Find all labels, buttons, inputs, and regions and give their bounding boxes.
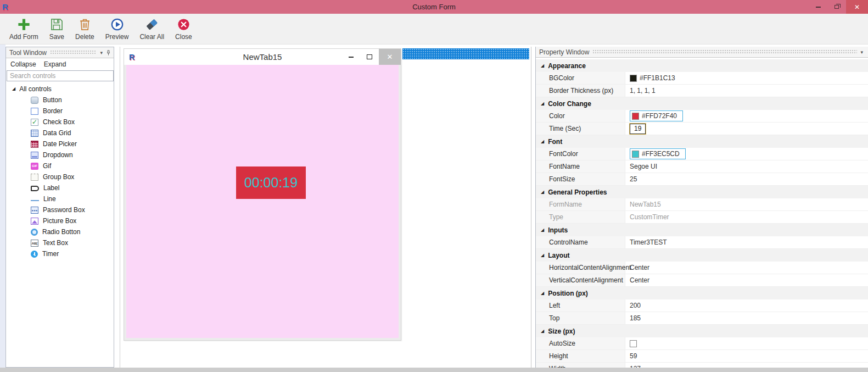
property-row-fontname[interactable]: FontNameSegoe UI [536,160,868,173]
property-input[interactable]: 19 [630,124,646,134]
preview-button[interactable]: Preview [100,16,134,42]
color-picker-box[interactable]: #FF3EC5CD [630,148,686,159]
chevron-down-icon[interactable]: ▾ [860,49,863,55]
form-surface[interactable]: 00:00:19 [126,65,399,338]
tree-item-border[interactable]: Border [6,106,114,116]
tree-actions: Collapse Expand [6,58,114,70]
property-group-inputs[interactable]: ◢Inputs [536,224,868,236]
app-titlebar: R Custom Form ✕ [0,0,868,14]
add-form-button[interactable]: Add Form [4,16,43,42]
property-group-font[interactable]: ◢Font [536,135,868,148]
tree-item-label: Check Box [43,118,75,126]
property-text-value: Center [630,276,649,284]
tree-item-check-box[interactable]: Check Box [6,116,114,127]
group-expander-icon[interactable]: ◢ [541,64,544,68]
form-minimize-button[interactable] [341,49,360,65]
property-group-general-properties[interactable]: ◢General Properties [536,186,868,198]
property-value: Center [625,262,868,274]
property-group-layout[interactable]: ◢Layout [536,249,868,262]
group-expander-icon[interactable]: ◢ [541,253,544,258]
property-row-time-sec[interactable]: Time (Sec)19 [536,123,868,135]
tree-item-line[interactable]: Line [6,193,114,204]
property-row-bgcolor[interactable]: BGColor#FF1B1C13 [536,72,868,85]
property-label: ControlName [536,236,625,248]
property-row-formname[interactable]: FormNameNewTab15 [536,198,868,211]
clear-all-button[interactable]: Clear All [135,16,169,42]
color-swatch[interactable] [632,113,639,120]
tree-root-all-controls[interactable]: ◢ All controls [6,84,114,95]
property-group-size-px[interactable]: ◢Size (px) [536,325,868,337]
tree-item-date-picker[interactable]: Date Picker [6,138,114,149]
tree-item-label[interactable]: Label [6,182,114,193]
tree-item-data-grid[interactable]: Data Grid [6,127,114,138]
chevron-down-icon[interactable]: ▾ [100,50,103,55]
property-row-height[interactable]: Height59 [536,350,868,363]
tree-item-dropdown[interactable]: Dropdown [6,149,114,160]
group-expander-icon[interactable]: ◢ [541,102,544,106]
tree-expander-icon[interactable]: ◢ [12,87,15,91]
tree-item-picture-box[interactable]: Picture Box [6,215,114,226]
property-row-type[interactable]: TypeCustomTimer [536,211,868,224]
text-box-icon [31,240,38,247]
property-row-autosize[interactable]: AutoSize [536,337,868,350]
property-row-top[interactable]: Top185 [536,312,868,325]
property-text-value: 25 [630,175,637,183]
property-row-fontcolor[interactable]: FontColor#FF3EC5CD [536,148,868,160]
tool-window-header: Tool Window ▾ [6,47,114,58]
tree-item-label: Button [43,96,62,104]
tree-item-group-box[interactable]: Group Box [6,171,114,182]
close-button[interactable]: ✕ [846,0,868,14]
property-group-label: Font [548,138,562,146]
property-row-verticalcontentalignment[interactable]: VerticalContentAlignmentCenter [536,274,868,287]
group-expander-icon[interactable]: ◢ [541,291,544,296]
property-group-position-px[interactable]: ◢Position (px) [536,287,868,299]
search-input[interactable] [7,70,114,81]
property-group-color-change[interactable]: ◢Color Change [536,97,868,110]
color-swatch[interactable] [632,151,639,158]
close-form-button[interactable]: Close [170,16,197,42]
group-expander-icon[interactable]: ◢ [541,228,544,232]
restore-button[interactable] [827,0,846,14]
picture-box-icon [31,218,38,225]
property-value: 200 [625,299,868,312]
form-maximize-button[interactable] [360,49,379,65]
horizontal-scrollbar[interactable] [0,368,868,372]
tree-item-password-box[interactable]: Password Box [6,204,114,215]
minimize-button[interactable] [809,0,827,14]
tree-item-timer[interactable]: Timer [6,248,114,259]
group-expander-icon[interactable]: ◢ [541,329,544,334]
collapse-link[interactable]: Collapse [10,60,36,68]
expand-link[interactable]: Expand [44,60,66,68]
property-label: Time (Sec) [536,123,625,135]
form-close-button[interactable]: ✕ [379,49,401,65]
designer-canvas: R NewTab15 ✕ 00:00:19 [120,47,531,368]
property-row-border-thickness-px[interactable]: Border Thickness (px)1, 1, 1, 1 [536,85,868,97]
tree-item-button[interactable]: Button [6,95,114,106]
save-button[interactable]: Save [44,16,69,42]
property-row-left[interactable]: Left200 [536,299,868,312]
property-text-value: Center [630,264,649,271]
tool-window-title: Tool Window [9,49,47,57]
tree-item-radio-botton[interactable]: Radio Botton [6,226,114,237]
group-expander-icon[interactable]: ◢ [541,190,544,195]
property-row-horizontalcontentalignment[interactable]: HorizontalContentAlignmentCenter [536,262,868,274]
active-tab-strip[interactable] [402,48,529,59]
tree-item-gif[interactable]: Gif [6,160,114,171]
property-grid: ◢AppearanceBGColor#FF1B1C13Border Thickn… [536,58,868,372]
property-value: 59 [625,350,868,362]
property-row-fontsize[interactable]: FontSize25 [536,173,868,186]
delete-button[interactable]: Delete [70,16,99,42]
property-group-appearance[interactable]: ◢Appearance [536,59,868,72]
autosize-checkbox[interactable] [630,340,637,347]
property-row-color[interactable]: Color#FFD72F40 [536,110,868,123]
tree-item-text-box[interactable]: Text Box [6,237,114,248]
property-row-controlname[interactable]: ControlNameTimer3TEST [536,236,868,249]
tree-item-label: Timer [42,250,59,258]
toolbar-button-label: Preview [105,33,129,41]
group-expander-icon[interactable]: ◢ [541,140,544,144]
color-swatch[interactable] [630,75,637,82]
timer-control[interactable]: 00:00:19 [236,166,306,199]
newtab15-titlebar[interactable]: R NewTab15 ✕ [124,49,401,65]
color-picker-box[interactable]: #FFD72F40 [630,110,683,121]
pin-icon[interactable] [105,49,111,56]
